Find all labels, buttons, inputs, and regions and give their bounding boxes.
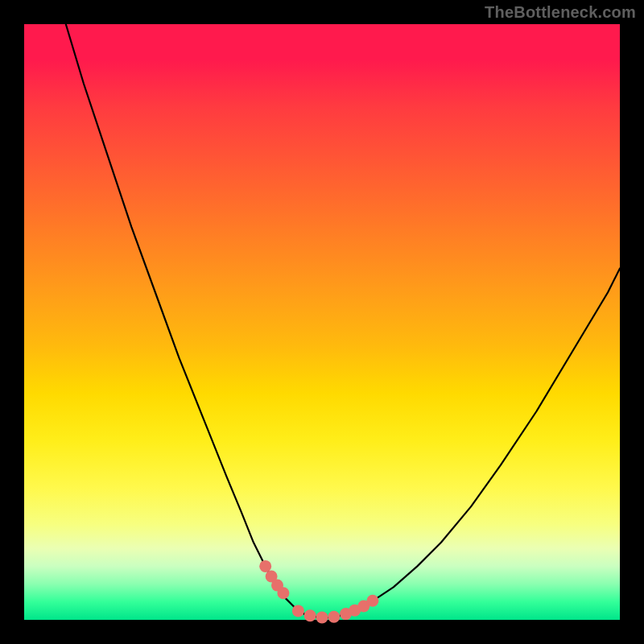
curve-left-branch <box>66 24 304 614</box>
trough-marker <box>366 595 378 607</box>
plot-area <box>24 24 620 620</box>
trough-marker <box>277 587 289 599</box>
curve-right-branch <box>352 268 620 611</box>
trough-marker <box>292 605 304 617</box>
marker-group <box>259 560 378 624</box>
chart-frame: TheBottleneck.com <box>0 0 644 644</box>
trough-marker <box>316 612 328 624</box>
trough-marker <box>304 609 316 621</box>
trough-marker <box>328 611 340 623</box>
watermark-text: TheBottleneck.com <box>485 3 636 22</box>
curve-layer <box>24 24 620 620</box>
trough-marker <box>259 560 271 572</box>
